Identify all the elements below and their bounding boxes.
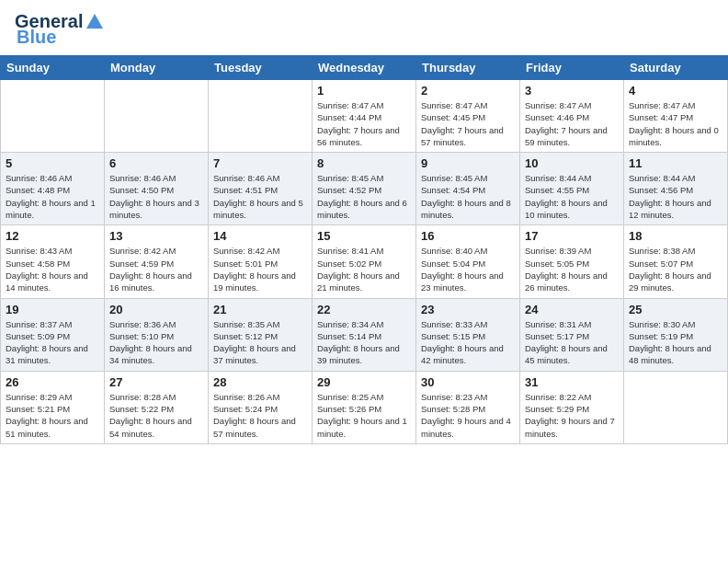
day-info: Sunrise: 8:42 AM Sunset: 4:59 PM Dayligh… <box>109 245 203 293</box>
calendar-week-1: 1Sunrise: 8:47 AM Sunset: 4:44 PM Daylig… <box>1 80 728 153</box>
calendar-cell: 25Sunrise: 8:30 AM Sunset: 5:19 PM Dayli… <box>624 298 728 371</box>
logo-blue: Blue <box>17 27 56 48</box>
day-number: 20 <box>109 303 203 316</box>
day-number: 5 <box>6 156 99 170</box>
calendar-cell: 12Sunrise: 8:43 AM Sunset: 4:58 PM Dayli… <box>1 225 105 298</box>
day-number: 2 <box>421 84 515 98</box>
day-info: Sunrise: 8:22 AM Sunset: 5:29 PM Dayligh… <box>525 391 619 440</box>
calendar-cell: 22Sunrise: 8:34 AM Sunset: 5:14 PM Dayli… <box>313 298 416 371</box>
day-info: Sunrise: 8:44 AM Sunset: 4:56 PM Dayligh… <box>629 172 722 221</box>
day-number: 27 <box>109 375 203 389</box>
calendar-cell: 9Sunrise: 8:45 AM Sunset: 4:54 PM Daylig… <box>416 153 520 225</box>
day-info: Sunrise: 8:23 AM Sunset: 5:28 PM Dayligh… <box>421 391 515 440</box>
calendar-cell: 15Sunrise: 8:41 AM Sunset: 5:02 PM Dayli… <box>313 225 416 298</box>
day-info: Sunrise: 8:39 AM Sunset: 5:05 PM Dayligh… <box>525 245 619 293</box>
day-info: Sunrise: 8:38 AM Sunset: 5:07 PM Dayligh… <box>629 245 722 293</box>
calendar-cell: 4Sunrise: 8:47 AM Sunset: 4:47 PM Daylig… <box>624 80 728 153</box>
calendar-cell: 6Sunrise: 8:46 AM Sunset: 4:50 PM Daylig… <box>105 153 209 225</box>
calendar-cell: 1Sunrise: 8:47 AM Sunset: 4:44 PM Daylig… <box>313 80 416 153</box>
calendar-cell: 17Sunrise: 8:39 AM Sunset: 5:05 PM Dayli… <box>520 225 624 298</box>
weekday-header-thursday: Thursday <box>416 56 520 80</box>
calendar-table: SundayMondayTuesdayWednesdayThursdayFrid… <box>0 55 728 444</box>
day-info: Sunrise: 8:47 AM Sunset: 4:45 PM Dayligh… <box>421 99 515 148</box>
day-info: Sunrise: 8:47 AM Sunset: 4:44 PM Dayligh… <box>317 99 411 148</box>
day-number: 11 <box>629 156 722 170</box>
day-number: 10 <box>525 156 619 170</box>
day-number: 17 <box>525 229 619 243</box>
day-number: 23 <box>421 303 515 316</box>
calendar-cell: 21Sunrise: 8:35 AM Sunset: 5:12 PM Dayli… <box>209 298 313 371</box>
day-info: Sunrise: 8:35 AM Sunset: 5:12 PM Dayligh… <box>213 318 307 367</box>
calendar-week-5: 26Sunrise: 8:29 AM Sunset: 5:21 PM Dayli… <box>1 371 728 443</box>
calendar-body: 1Sunrise: 8:47 AM Sunset: 4:44 PM Daylig… <box>1 80 728 444</box>
day-number: 22 <box>317 303 411 316</box>
day-number: 3 <box>525 84 619 98</box>
calendar-cell: 20Sunrise: 8:36 AM Sunset: 5:10 PM Dayli… <box>105 298 209 371</box>
day-number: 30 <box>421 375 515 389</box>
calendar-cell: 5Sunrise: 8:46 AM Sunset: 4:48 PM Daylig… <box>1 153 105 225</box>
calendar-cell: 31Sunrise: 8:22 AM Sunset: 5:29 PM Dayli… <box>520 371 624 443</box>
day-number: 13 <box>109 229 203 243</box>
calendar-cell: 7Sunrise: 8:46 AM Sunset: 4:51 PM Daylig… <box>209 153 313 225</box>
calendar-cell: 29Sunrise: 8:25 AM Sunset: 5:26 PM Dayli… <box>313 371 416 443</box>
day-info: Sunrise: 8:37 AM Sunset: 5:09 PM Dayligh… <box>6 318 99 367</box>
calendar-cell <box>209 80 313 153</box>
day-number: 29 <box>317 375 411 389</box>
day-info: Sunrise: 8:47 AM Sunset: 4:46 PM Dayligh… <box>525 99 619 148</box>
weekday-header-friday: Friday <box>520 56 624 80</box>
day-number: 14 <box>213 229 307 243</box>
day-number: 15 <box>317 229 411 243</box>
day-number: 4 <box>629 84 722 98</box>
weekday-header-wednesday: Wednesday <box>313 56 416 80</box>
calendar-cell: 26Sunrise: 8:29 AM Sunset: 5:21 PM Dayli… <box>1 371 105 443</box>
day-info: Sunrise: 8:43 AM Sunset: 4:58 PM Dayligh… <box>6 245 99 293</box>
day-info: Sunrise: 8:46 AM Sunset: 4:50 PM Dayligh… <box>109 172 203 221</box>
calendar-cell <box>1 80 105 153</box>
weekday-header-row: SundayMondayTuesdayWednesdayThursdayFrid… <box>1 56 728 80</box>
calendar-week-3: 12Sunrise: 8:43 AM Sunset: 4:58 PM Dayli… <box>1 225 728 298</box>
day-number: 21 <box>213 303 307 316</box>
day-number: 6 <box>109 156 203 170</box>
calendar-cell <box>624 371 728 443</box>
day-number: 8 <box>317 156 411 170</box>
weekday-header-monday: Monday <box>105 56 209 80</box>
calendar-cell: 2Sunrise: 8:47 AM Sunset: 4:45 PM Daylig… <box>416 80 520 153</box>
day-number: 1 <box>317 84 411 98</box>
weekday-header-tuesday: Tuesday <box>209 56 313 80</box>
day-info: Sunrise: 8:29 AM Sunset: 5:21 PM Dayligh… <box>6 391 99 440</box>
day-number: 16 <box>421 229 515 243</box>
weekday-header-saturday: Saturday <box>624 56 728 80</box>
day-info: Sunrise: 8:41 AM Sunset: 5:02 PM Dayligh… <box>317 245 411 293</box>
calendar-cell: 18Sunrise: 8:38 AM Sunset: 5:07 PM Dayli… <box>624 225 728 298</box>
day-info: Sunrise: 8:28 AM Sunset: 5:22 PM Dayligh… <box>109 391 203 440</box>
day-number: 26 <box>6 375 99 389</box>
day-number: 18 <box>629 229 722 243</box>
calendar-cell: 14Sunrise: 8:42 AM Sunset: 5:01 PM Dayli… <box>209 225 313 298</box>
day-number: 9 <box>421 156 515 170</box>
day-number: 31 <box>525 375 619 389</box>
day-info: Sunrise: 8:34 AM Sunset: 5:14 PM Dayligh… <box>317 318 411 367</box>
day-number: 28 <box>213 375 307 389</box>
day-info: Sunrise: 8:46 AM Sunset: 4:51 PM Dayligh… <box>213 172 307 221</box>
svg-marker-0 <box>86 14 103 29</box>
logo-icon <box>85 12 105 32</box>
calendar-cell: 28Sunrise: 8:26 AM Sunset: 5:24 PM Dayli… <box>209 371 313 443</box>
day-number: 19 <box>6 303 99 316</box>
calendar-cell <box>105 80 209 153</box>
calendar-week-2: 5Sunrise: 8:46 AM Sunset: 4:48 PM Daylig… <box>1 153 728 225</box>
day-info: Sunrise: 8:46 AM Sunset: 4:48 PM Dayligh… <box>6 172 99 221</box>
calendar-cell: 30Sunrise: 8:23 AM Sunset: 5:28 PM Dayli… <box>416 371 520 443</box>
day-info: Sunrise: 8:44 AM Sunset: 4:55 PM Dayligh… <box>525 172 619 221</box>
day-info: Sunrise: 8:26 AM Sunset: 5:24 PM Dayligh… <box>213 391 307 440</box>
calendar-cell: 8Sunrise: 8:45 AM Sunset: 4:52 PM Daylig… <box>313 153 416 225</box>
day-info: Sunrise: 8:40 AM Sunset: 5:04 PM Dayligh… <box>421 245 515 293</box>
day-info: Sunrise: 8:31 AM Sunset: 5:17 PM Dayligh… <box>525 318 619 367</box>
calendar-cell: 3Sunrise: 8:47 AM Sunset: 4:46 PM Daylig… <box>520 80 624 153</box>
day-info: Sunrise: 8:42 AM Sunset: 5:01 PM Dayligh… <box>213 245 307 293</box>
day-info: Sunrise: 8:45 AM Sunset: 4:52 PM Dayligh… <box>317 172 411 221</box>
day-info: Sunrise: 8:45 AM Sunset: 4:54 PM Dayligh… <box>421 172 515 221</box>
calendar-cell: 23Sunrise: 8:33 AM Sunset: 5:15 PM Dayli… <box>416 298 520 371</box>
day-info: Sunrise: 8:30 AM Sunset: 5:19 PM Dayligh… <box>629 318 722 367</box>
calendar-cell: 19Sunrise: 8:37 AM Sunset: 5:09 PM Dayli… <box>1 298 105 371</box>
day-number: 25 <box>629 303 722 316</box>
